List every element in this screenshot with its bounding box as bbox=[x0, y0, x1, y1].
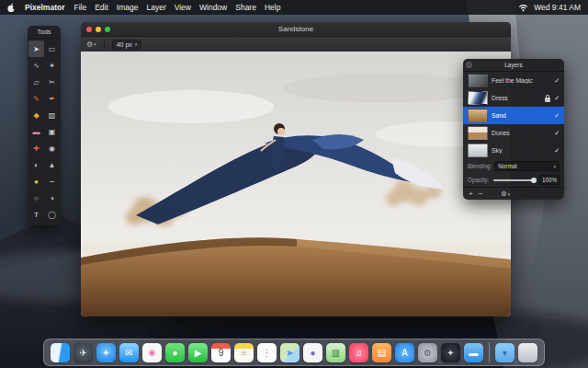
safari-icon: ✦ bbox=[102, 348, 109, 358]
opacity-slider-knob[interactable] bbox=[531, 178, 537, 183]
remove-layer-button[interactable]: − bbox=[479, 190, 483, 198]
burn-tool[interactable]: ◑ bbox=[44, 190, 60, 206]
shape-tool[interactable]: ◯ bbox=[44, 206, 60, 223]
menu-item-file[interactable]: File bbox=[74, 3, 86, 12]
dock-icon-system-preferences[interactable]: ⚙ bbox=[418, 343, 437, 362]
dock-icon-numbers[interactable]: ▥ bbox=[326, 343, 345, 362]
move-tool[interactable]: ➤ bbox=[28, 40, 44, 57]
gradient-tool[interactable]: ▧ bbox=[44, 107, 60, 123]
menu-item-image[interactable]: Image bbox=[117, 3, 139, 12]
paint-bucket-tool[interactable]: ◆ bbox=[28, 107, 44, 123]
layer-visibility-check[interactable]: ✓ bbox=[554, 77, 560, 85]
sharpen-tool-icon: ▲ bbox=[49, 161, 56, 169]
layer-visibility-check[interactable]: ✓ bbox=[554, 147, 560, 155]
healing-tool-icon: ✚ bbox=[33, 144, 40, 153]
slice-tool[interactable]: ✂ bbox=[44, 74, 60, 90]
wifi-icon[interactable] bbox=[518, 4, 528, 12]
lasso-tool[interactable]: ∿ bbox=[28, 57, 44, 74]
menu-item-layer[interactable]: Layer bbox=[146, 3, 165, 12]
dock-icon-photos[interactable]: ❀ bbox=[142, 343, 162, 362]
dock-icon-game-center[interactable]: ● bbox=[303, 343, 322, 362]
zoom-window-button[interactable] bbox=[105, 27, 110, 32]
layer-visibility-check[interactable]: ✓ bbox=[554, 95, 560, 102]
gear-icon: ⚙ bbox=[501, 190, 506, 198]
layer-thumbnail bbox=[468, 91, 488, 105]
menu-item-edit[interactable]: Edit bbox=[95, 3, 108, 12]
pencil-tool[interactable]: ✎ bbox=[28, 90, 44, 107]
dock-icon-app-store[interactable]: A bbox=[395, 343, 414, 362]
sharpen-tool[interactable]: ▲ bbox=[44, 156, 60, 173]
numbers-icon: ▥ bbox=[332, 348, 340, 358]
smudge-tool[interactable]: ∽ bbox=[44, 173, 60, 190]
lasso-tool-icon: ∿ bbox=[33, 62, 40, 70]
dock-icon-calendar[interactable]: 9 bbox=[211, 343, 231, 362]
layer-thumbnail bbox=[468, 109, 488, 122]
blur-tool[interactable]: ◐ bbox=[28, 156, 44, 173]
layer-visibility-check[interactable]: ✓ bbox=[554, 130, 560, 137]
tools-panel: Tools ➤▭∿✦▱✂✎✒◆▧▬▣✚◉◐▲●∽○◑T◯ bbox=[28, 26, 61, 225]
dock-icon-trash[interactable] bbox=[518, 343, 537, 362]
dock-icon-ibooks[interactable]: ▤ bbox=[372, 343, 391, 362]
desktop: Pixelmator FileEditImageLayerViewWindowS… bbox=[0, 0, 588, 368]
apple-menu[interactable] bbox=[7, 3, 16, 13]
dock-icon-launchpad[interactable]: ✈ bbox=[74, 343, 93, 362]
opacity-label: Opacity: bbox=[468, 177, 489, 183]
dock-icon-pixelmator[interactable]: ✦ bbox=[441, 343, 460, 362]
reminders-icon: ⋮ bbox=[263, 348, 272, 358]
menubar-clock[interactable]: Wed 9:41 AM bbox=[534, 3, 581, 12]
mail-icon: ✉ bbox=[125, 348, 132, 358]
canvas[interactable] bbox=[81, 52, 511, 316]
layer-visibility-check[interactable]: ✓ bbox=[554, 112, 560, 120]
dodge-tool-icon: ○ bbox=[34, 194, 39, 202]
marquee-tool[interactable]: ▭ bbox=[44, 40, 60, 57]
clone-stamp-tool[interactable]: ▣ bbox=[44, 123, 60, 140]
dock-icon-keynote[interactable]: ▬ bbox=[464, 343, 483, 362]
menu-app-name[interactable]: Pixelmator bbox=[25, 3, 64, 12]
menu-item-view[interactable]: View bbox=[175, 3, 191, 12]
layer-row-dunes[interactable]: Dunes✓ bbox=[463, 124, 564, 142]
dock-icon-maps[interactable]: ➤ bbox=[280, 343, 300, 362]
healing-tool[interactable]: ✚ bbox=[28, 140, 44, 156]
layer-thumbnail bbox=[468, 74, 488, 87]
dock-icon-messages[interactable]: ● bbox=[165, 343, 185, 362]
window-title: Sandstone bbox=[81, 25, 511, 33]
eraser-tool[interactable]: ▬ bbox=[28, 123, 44, 140]
brush-tool[interactable]: ✒ bbox=[44, 90, 60, 107]
minimize-window-button[interactable] bbox=[96, 27, 101, 32]
sponge-tool[interactable]: ● bbox=[28, 173, 44, 190]
brush-size-combo[interactable]: 40 px ▾ bbox=[112, 40, 142, 50]
crop-tool[interactable]: ▱ bbox=[28, 74, 44, 90]
blending-dropdown[interactable]: Normal ▾ bbox=[494, 161, 560, 171]
layer-options-button[interactable]: ⚙ ▾ bbox=[501, 190, 510, 198]
window-titlebar[interactable]: Sandstone bbox=[81, 22, 511, 37]
dock-icon-finder[interactable] bbox=[51, 343, 70, 362]
add-layer-button[interactable]: + bbox=[469, 190, 473, 198]
dock-icon-mail[interactable]: ✉ bbox=[119, 343, 139, 362]
dock-icon-downloads[interactable]: ▾ bbox=[495, 343, 514, 362]
type-tool[interactable]: T bbox=[28, 206, 44, 223]
layer-row-dress[interactable]: Dress✓ bbox=[463, 89, 564, 107]
facetime-icon: ▶ bbox=[195, 348, 202, 358]
layer-row-sky[interactable]: Sky✓ bbox=[463, 142, 564, 159]
close-window-button[interactable] bbox=[86, 27, 92, 32]
menu-item-help[interactable]: Help bbox=[265, 3, 280, 12]
dock-icon-reminders[interactable]: ⋮ bbox=[257, 343, 277, 362]
opacity-slider[interactable] bbox=[493, 179, 535, 181]
dock-icon-facetime[interactable]: ▶ bbox=[188, 343, 208, 362]
tool-settings-button[interactable]: ⚙ ▾ bbox=[86, 40, 96, 49]
menu-item-window[interactable]: Window bbox=[199, 3, 227, 12]
red-eye-tool[interactable]: ◉ bbox=[44, 140, 60, 156]
layer-row-sand[interactable]: Sand✓ bbox=[463, 107, 564, 124]
dock-icon-safari[interactable]: ✦ bbox=[96, 343, 116, 362]
layers-panel-footer: + − ⚙ ▾ bbox=[463, 187, 564, 200]
calendar-icon: 9 bbox=[219, 348, 224, 358]
magic-wand-tool[interactable]: ✦ bbox=[44, 57, 60, 74]
clone-stamp-tool-icon: ▣ bbox=[49, 128, 56, 136]
dodge-tool[interactable]: ○ bbox=[28, 190, 44, 206]
dock-icon-itunes[interactable]: ♫ bbox=[349, 343, 368, 362]
menu-item-share[interactable]: Share bbox=[235, 3, 256, 12]
close-icon[interactable]: ✕ bbox=[466, 62, 472, 68]
dock-icon-notes[interactable]: ≡ bbox=[234, 343, 254, 362]
layer-row-feel-the-magic[interactable]: Feel the Magic✓ bbox=[463, 72, 564, 89]
traffic-lights bbox=[86, 27, 110, 32]
